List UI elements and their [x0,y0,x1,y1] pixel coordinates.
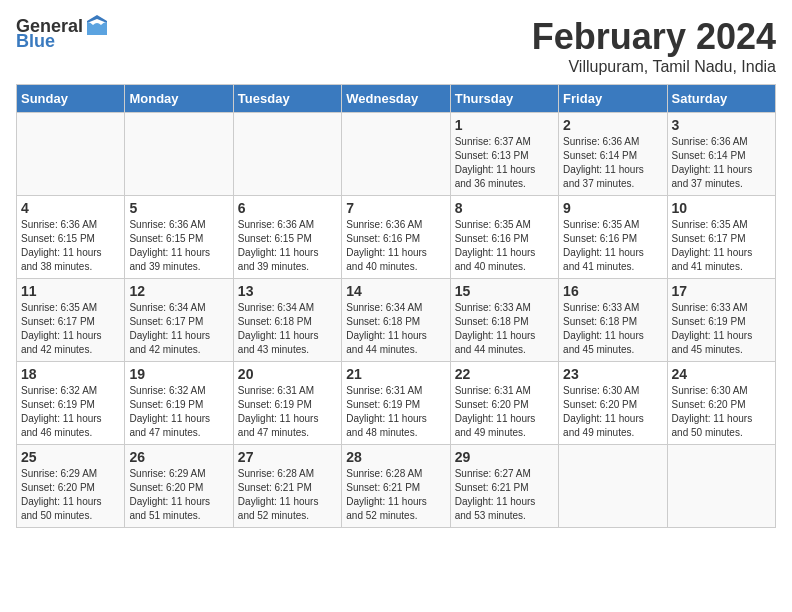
day-info: Sunrise: 6:28 AM Sunset: 6:21 PM Dayligh… [238,467,337,523]
calendar-cell [342,113,450,196]
calendar-cell: 14Sunrise: 6:34 AM Sunset: 6:18 PM Dayli… [342,279,450,362]
day-info: Sunrise: 6:29 AM Sunset: 6:20 PM Dayligh… [21,467,120,523]
page-header: General Blue February 2024 Villupuram, T… [16,16,776,76]
weekday-header-monday: Monday [125,85,233,113]
calendar-cell: 1Sunrise: 6:37 AM Sunset: 6:13 PM Daylig… [450,113,558,196]
day-number: 5 [129,200,228,216]
calendar-cell: 13Sunrise: 6:34 AM Sunset: 6:18 PM Dayli… [233,279,341,362]
calendar-week-1: 4Sunrise: 6:36 AM Sunset: 6:15 PM Daylig… [17,196,776,279]
title-block: February 2024 Villupuram, Tamil Nadu, In… [532,16,776,76]
day-number: 28 [346,449,445,465]
calendar-cell: 6Sunrise: 6:36 AM Sunset: 6:15 PM Daylig… [233,196,341,279]
calendar-week-3: 18Sunrise: 6:32 AM Sunset: 6:19 PM Dayli… [17,362,776,445]
day-info: Sunrise: 6:31 AM Sunset: 6:20 PM Dayligh… [455,384,554,440]
weekday-header-friday: Friday [559,85,667,113]
calendar-cell [125,113,233,196]
day-number: 1 [455,117,554,133]
weekday-header-saturday: Saturday [667,85,775,113]
calendar-cell: 25Sunrise: 6:29 AM Sunset: 6:20 PM Dayli… [17,445,125,528]
day-number: 2 [563,117,662,133]
calendar-cell: 10Sunrise: 6:35 AM Sunset: 6:17 PM Dayli… [667,196,775,279]
calendar-cell: 26Sunrise: 6:29 AM Sunset: 6:20 PM Dayli… [125,445,233,528]
day-number: 21 [346,366,445,382]
day-number: 15 [455,283,554,299]
calendar-cell: 7Sunrise: 6:36 AM Sunset: 6:16 PM Daylig… [342,196,450,279]
day-number: 14 [346,283,445,299]
calendar-cell [17,113,125,196]
location-subtitle: Villupuram, Tamil Nadu, India [532,58,776,76]
day-number: 18 [21,366,120,382]
day-info: Sunrise: 6:36 AM Sunset: 6:15 PM Dayligh… [129,218,228,274]
logo-blue: Blue [16,31,55,52]
calendar-cell: 2Sunrise: 6:36 AM Sunset: 6:14 PM Daylig… [559,113,667,196]
calendar-cell: 21Sunrise: 6:31 AM Sunset: 6:19 PM Dayli… [342,362,450,445]
day-number: 9 [563,200,662,216]
calendar-week-2: 11Sunrise: 6:35 AM Sunset: 6:17 PM Dayli… [17,279,776,362]
day-info: Sunrise: 6:34 AM Sunset: 6:18 PM Dayligh… [238,301,337,357]
day-info: Sunrise: 6:34 AM Sunset: 6:18 PM Dayligh… [346,301,445,357]
calendar-week-0: 1Sunrise: 6:37 AM Sunset: 6:13 PM Daylig… [17,113,776,196]
day-number: 16 [563,283,662,299]
day-info: Sunrise: 6:35 AM Sunset: 6:16 PM Dayligh… [563,218,662,274]
day-info: Sunrise: 6:32 AM Sunset: 6:19 PM Dayligh… [129,384,228,440]
weekday-header-sunday: Sunday [17,85,125,113]
day-info: Sunrise: 6:36 AM Sunset: 6:14 PM Dayligh… [672,135,771,191]
day-info: Sunrise: 6:27 AM Sunset: 6:21 PM Dayligh… [455,467,554,523]
day-number: 26 [129,449,228,465]
weekday-header-wednesday: Wednesday [342,85,450,113]
weekday-header-thursday: Thursday [450,85,558,113]
day-info: Sunrise: 6:31 AM Sunset: 6:19 PM Dayligh… [346,384,445,440]
calendar-cell: 28Sunrise: 6:28 AM Sunset: 6:21 PM Dayli… [342,445,450,528]
calendar-cell: 19Sunrise: 6:32 AM Sunset: 6:19 PM Dayli… [125,362,233,445]
logo-icon [85,13,109,37]
calendar-cell: 12Sunrise: 6:34 AM Sunset: 6:17 PM Dayli… [125,279,233,362]
day-info: Sunrise: 6:33 AM Sunset: 6:18 PM Dayligh… [563,301,662,357]
day-number: 17 [672,283,771,299]
day-info: Sunrise: 6:35 AM Sunset: 6:17 PM Dayligh… [21,301,120,357]
day-info: Sunrise: 6:36 AM Sunset: 6:16 PM Dayligh… [346,218,445,274]
day-info: Sunrise: 6:30 AM Sunset: 6:20 PM Dayligh… [563,384,662,440]
calendar-cell: 9Sunrise: 6:35 AM Sunset: 6:16 PM Daylig… [559,196,667,279]
calendar-cell: 29Sunrise: 6:27 AM Sunset: 6:21 PM Dayli… [450,445,558,528]
day-number: 7 [346,200,445,216]
day-info: Sunrise: 6:30 AM Sunset: 6:20 PM Dayligh… [672,384,771,440]
day-number: 24 [672,366,771,382]
calendar-cell [233,113,341,196]
day-number: 19 [129,366,228,382]
calendar-cell: 4Sunrise: 6:36 AM Sunset: 6:15 PM Daylig… [17,196,125,279]
calendar-cell: 17Sunrise: 6:33 AM Sunset: 6:19 PM Dayli… [667,279,775,362]
calendar-cell: 18Sunrise: 6:32 AM Sunset: 6:19 PM Dayli… [17,362,125,445]
day-number: 12 [129,283,228,299]
day-number: 3 [672,117,771,133]
day-info: Sunrise: 6:36 AM Sunset: 6:15 PM Dayligh… [21,218,120,274]
calendar-cell: 3Sunrise: 6:36 AM Sunset: 6:14 PM Daylig… [667,113,775,196]
day-info: Sunrise: 6:29 AM Sunset: 6:20 PM Dayligh… [129,467,228,523]
day-number: 20 [238,366,337,382]
day-number: 13 [238,283,337,299]
day-info: Sunrise: 6:35 AM Sunset: 6:17 PM Dayligh… [672,218,771,274]
weekday-header-tuesday: Tuesday [233,85,341,113]
day-info: Sunrise: 6:31 AM Sunset: 6:19 PM Dayligh… [238,384,337,440]
calendar-cell [667,445,775,528]
calendar-cell [559,445,667,528]
day-number: 10 [672,200,771,216]
day-number: 8 [455,200,554,216]
day-info: Sunrise: 6:28 AM Sunset: 6:21 PM Dayligh… [346,467,445,523]
day-info: Sunrise: 6:35 AM Sunset: 6:16 PM Dayligh… [455,218,554,274]
calendar-cell: 20Sunrise: 6:31 AM Sunset: 6:19 PM Dayli… [233,362,341,445]
day-info: Sunrise: 6:37 AM Sunset: 6:13 PM Dayligh… [455,135,554,191]
weekday-header-row: SundayMondayTuesdayWednesdayThursdayFrid… [17,85,776,113]
day-info: Sunrise: 6:32 AM Sunset: 6:19 PM Dayligh… [21,384,120,440]
day-number: 25 [21,449,120,465]
calendar-cell: 23Sunrise: 6:30 AM Sunset: 6:20 PM Dayli… [559,362,667,445]
calendar-cell: 16Sunrise: 6:33 AM Sunset: 6:18 PM Dayli… [559,279,667,362]
day-number: 27 [238,449,337,465]
logo: General Blue [16,16,109,52]
calendar-cell: 8Sunrise: 6:35 AM Sunset: 6:16 PM Daylig… [450,196,558,279]
calendar-cell: 15Sunrise: 6:33 AM Sunset: 6:18 PM Dayli… [450,279,558,362]
day-info: Sunrise: 6:36 AM Sunset: 6:15 PM Dayligh… [238,218,337,274]
day-number: 4 [21,200,120,216]
calendar-cell: 5Sunrise: 6:36 AM Sunset: 6:15 PM Daylig… [125,196,233,279]
day-number: 23 [563,366,662,382]
calendar-cell: 11Sunrise: 6:35 AM Sunset: 6:17 PM Dayli… [17,279,125,362]
